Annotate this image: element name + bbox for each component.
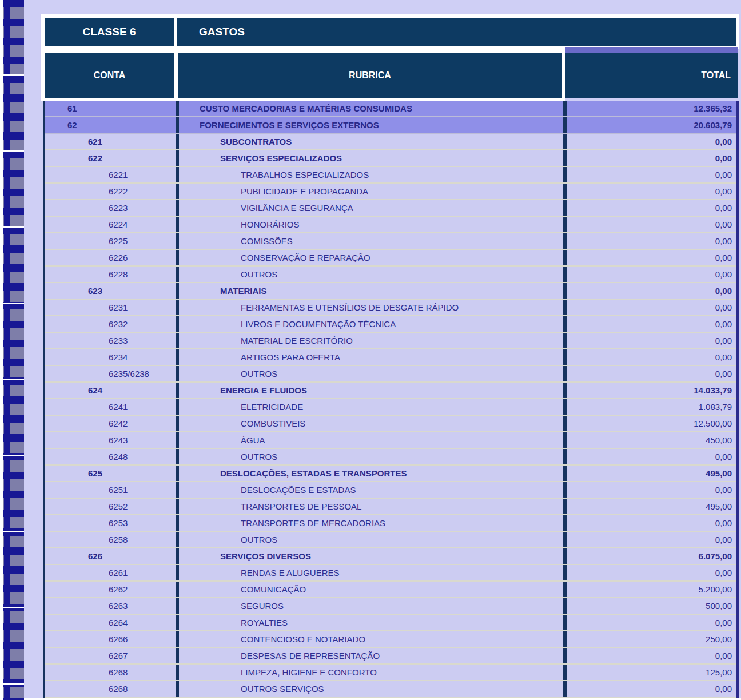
rubrica-cell[interactable]: ÁGUA <box>176 432 563 448</box>
total-cell[interactable]: 495,00 <box>563 499 736 514</box>
rubrica-cell[interactable]: ELETRICIDADE <box>176 399 563 415</box>
conta-cell[interactable]: 6235/6238 <box>45 366 176 381</box>
rubrica-cell[interactable]: OUTROS SERVIÇOS <box>176 681 563 697</box>
conta-cell[interactable]: 6243 <box>45 432 176 448</box>
rubrica-cell[interactable]: FORNECIMENTOS E SERVIÇOS EXTERNOS <box>176 117 563 133</box>
total-cell[interactable]: 0,00 <box>563 681 736 697</box>
rubrica-cell[interactable]: CONSERVAÇÃO E REPARAÇÃO <box>176 250 563 265</box>
total-cell[interactable]: 0,00 <box>563 648 736 663</box>
rubrica-cell[interactable]: HONORÁRIOS <box>176 217 563 232</box>
total-cell[interactable]: 0,00 <box>563 333 736 348</box>
conta-cell[interactable]: 6252 <box>45 499 176 514</box>
conta-cell[interactable]: 6267 <box>45 648 176 663</box>
rubrica-cell[interactable]: FERRAMENTAS E UTENSÍLIOS DE DESGATE RÁPI… <box>176 300 563 315</box>
rubrica-cell[interactable]: RENDAS E ALUGUERES <box>176 565 563 580</box>
conta-cell[interactable]: 626 <box>45 548 176 564</box>
rubrica-cell[interactable]: PUBLICIDADE E PROPAGANDA <box>176 184 563 199</box>
conta-cell[interactable]: 6223 <box>45 200 176 216</box>
conta-cell[interactable]: 6253 <box>45 515 176 531</box>
conta-cell[interactable]: 61 <box>45 101 176 116</box>
total-cell[interactable]: 0,00 <box>563 449 736 464</box>
rubrica-cell[interactable]: DESLOCAÇÕES, ESTADAS E TRANSPORTES <box>176 466 563 481</box>
conta-cell[interactable]: 6233 <box>45 333 176 348</box>
conta-cell[interactable]: 6232 <box>45 316 176 332</box>
rubrica-cell[interactable]: LIVROS E DOCUMENTAÇÃO TÉCNICA <box>176 316 563 332</box>
total-cell[interactable]: 0,00 <box>563 217 736 232</box>
total-cell[interactable]: 0,00 <box>563 565 736 580</box>
total-cell[interactable]: 0,00 <box>563 349 736 365</box>
rubrica-cell[interactable]: OUTROS <box>176 532 563 547</box>
rubrica-cell[interactable]: TRANSPORTES DE PESSOAL <box>176 499 563 514</box>
rubrica-cell[interactable]: MATERIAIS <box>176 283 563 299</box>
rubrica-cell[interactable]: COMISSÕES <box>176 233 563 249</box>
conta-cell[interactable]: 6248 <box>45 449 176 464</box>
conta-cell[interactable]: 6221 <box>45 167 176 182</box>
conta-cell[interactable]: 625 <box>45 466 176 481</box>
conta-cell[interactable]: 623 <box>45 283 176 299</box>
total-cell[interactable]: 6.075,00 <box>563 548 736 564</box>
rubrica-cell[interactable]: COMBUSTIVEIS <box>176 416 563 431</box>
conta-cell[interactable]: 6263 <box>45 598 176 614</box>
total-cell[interactable]: 250,00 <box>563 631 736 647</box>
conta-cell[interactable]: 6251 <box>45 482 176 498</box>
total-cell[interactable]: 500,00 <box>563 598 736 614</box>
conta-cell[interactable]: 6266 <box>45 631 176 647</box>
conta-cell[interactable]: 622 <box>45 150 176 166</box>
rubrica-cell[interactable]: COMUNICAÇÃO <box>176 582 563 597</box>
rubrica-cell[interactable]: OUTROS <box>176 366 563 381</box>
total-cell[interactable]: 12.365,32 <box>563 101 736 116</box>
total-cell[interactable]: 0,00 <box>563 515 736 531</box>
conta-cell[interactable]: 62 <box>45 117 176 133</box>
rubrica-cell[interactable]: TRABALHOS ESPECIALIZADOS <box>176 167 563 182</box>
total-cell[interactable]: 0,00 <box>563 167 736 182</box>
total-cell[interactable]: 0,00 <box>563 267 736 282</box>
total-cell[interactable]: 20.603,79 <box>563 117 736 133</box>
rubrica-cell[interactable]: ROYALTIES <box>176 615 563 630</box>
conta-cell[interactable]: 624 <box>45 383 176 398</box>
conta-cell[interactable]: 6262 <box>45 582 176 597</box>
total-cell[interactable]: 0,00 <box>563 233 736 249</box>
rubrica-cell[interactable]: SEGUROS <box>176 598 563 614</box>
conta-cell[interactable]: 6228 <box>45 267 176 282</box>
total-cell[interactable]: 495,00 <box>563 466 736 481</box>
rubrica-cell[interactable]: ARTIGOS PARA OFERTA <box>176 349 563 365</box>
rubrica-cell[interactable]: LIMPEZA, HIGIENE E CONFORTO <box>176 665 563 680</box>
total-cell[interactable]: 450,00 <box>563 432 736 448</box>
total-cell[interactable]: 5.200,00 <box>563 582 736 597</box>
total-cell[interactable]: 0,00 <box>563 150 736 166</box>
conta-cell[interactable]: 6261 <box>45 565 176 580</box>
conta-cell[interactable]: 6226 <box>45 250 176 265</box>
total-cell[interactable]: 0,00 <box>563 134 736 149</box>
rubrica-cell[interactable]: CUSTO MERCADORIAS E MATÉRIAS CONSUMIDAS <box>176 101 563 116</box>
total-cell[interactable]: 0,00 <box>563 615 736 630</box>
total-cell[interactable]: 0,00 <box>563 250 736 265</box>
total-cell[interactable]: 0,00 <box>563 316 736 332</box>
conta-cell[interactable]: 6241 <box>45 399 176 415</box>
conta-cell[interactable]: 6268 <box>45 681 176 697</box>
conta-cell[interactable]: 6231 <box>45 300 176 315</box>
conta-cell[interactable]: 6242 <box>45 416 176 431</box>
conta-cell[interactable]: 621 <box>45 134 176 149</box>
rubrica-cell[interactable]: CONTENCIOSO E NOTARIADO <box>176 631 563 647</box>
rubrica-cell[interactable]: MATERIAL DE ESCRITÓRIO <box>176 333 563 348</box>
rubrica-cell[interactable]: ENERGIA E FLUIDOS <box>176 383 563 398</box>
rubrica-cell[interactable]: OUTROS <box>176 267 563 282</box>
total-cell[interactable]: 0,00 <box>563 200 736 216</box>
conta-cell[interactable]: 6268 <box>45 665 176 680</box>
total-cell[interactable]: 125,00 <box>563 665 736 680</box>
rubrica-cell[interactable]: DESLOCAÇÕES E ESTADAS <box>176 482 563 498</box>
rubrica-cell[interactable]: OUTROS <box>176 449 563 464</box>
rubrica-cell[interactable]: VIGILÂNCIA E SEGURANÇA <box>176 200 563 216</box>
total-cell[interactable]: 0,00 <box>563 184 736 199</box>
rubrica-cell[interactable]: SUBCONTRATOS <box>176 134 563 149</box>
conta-cell[interactable]: 6258 <box>45 532 176 547</box>
conta-cell[interactable]: 6222 <box>45 184 176 199</box>
conta-cell[interactable]: 6234 <box>45 349 176 365</box>
conta-cell[interactable]: 6264 <box>45 615 176 630</box>
total-cell[interactable]: 1.083,79 <box>563 399 736 415</box>
total-cell[interactable]: 0,00 <box>563 366 736 381</box>
total-cell[interactable]: 0,00 <box>563 300 736 315</box>
total-cell[interactable]: 0,00 <box>563 532 736 547</box>
total-cell[interactable]: 0,00 <box>563 283 736 299</box>
total-cell[interactable]: 12.500,00 <box>563 416 736 431</box>
